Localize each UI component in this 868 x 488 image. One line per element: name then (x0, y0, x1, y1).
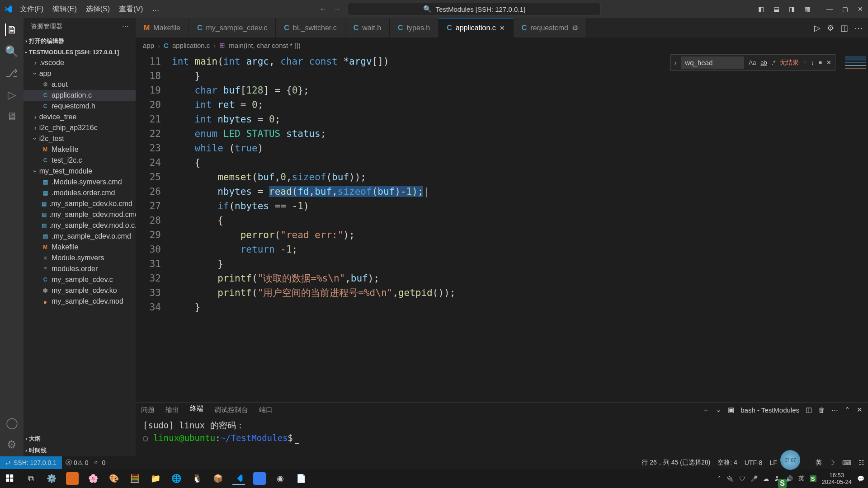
tree-file[interactable]: ▤.my_sample_cdev.mod.cmd (24, 209, 136, 220)
tray-usb-icon[interactable]: 🔌 (726, 475, 734, 482)
task-app-2-icon[interactable] (66, 472, 79, 485)
menu-edit[interactable]: 编辑(E) (49, 3, 80, 16)
status-eol[interactable]: LF (769, 459, 777, 466)
code-content[interactable]: int main(int argc, char const *argv[]) }… (172, 52, 843, 402)
tree-file[interactable]: Crequestcmd.h (24, 101, 136, 112)
breadcrumb[interactable]: app › C application.c › ⊞ main(int, char… (136, 38, 868, 52)
tree-folder[interactable]: device_tree (24, 112, 136, 122)
find-next-icon[interactable]: ↓ (811, 59, 814, 66)
panel-close-icon[interactable]: ✕ (857, 406, 863, 414)
task-edge-icon[interactable]: 🌐 (170, 472, 183, 485)
tray-shield-icon[interactable]: 🛡 (739, 475, 745, 482)
task-app-3-icon[interactable]: 🌸 (87, 472, 99, 485)
tree-file[interactable]: ⬢my_sample_cdev.ko (24, 285, 136, 296)
panel-tab-problems[interactable]: 问题 (141, 406, 155, 414)
tree-file[interactable]: ⚙a.out (24, 79, 136, 90)
panel-more-icon[interactable]: ⋯ (831, 406, 838, 414)
layout-bottom-icon[interactable]: ⬓ (772, 5, 780, 13)
tray-volume-icon[interactable]: 🔊 (786, 475, 793, 482)
panel-tab-output[interactable]: 输出 (165, 406, 179, 414)
tabs-more-icon[interactable]: ⋯ (854, 23, 863, 33)
tree-folder[interactable]: i2c_chip_ap3216c (24, 122, 136, 133)
tree-file[interactable]: ▤.my_sample_cdev.o.cmd (24, 231, 136, 242)
maximize-icon[interactable]: ▢ (841, 5, 849, 13)
minimize-icon[interactable]: — (826, 5, 834, 13)
tree-file[interactable]: MMakefile (24, 144, 136, 155)
task-vscode-icon[interactable] (232, 472, 245, 485)
sidebar-more-icon[interactable]: ⋯ (122, 23, 128, 30)
task-vbox-icon[interactable]: 📦 (212, 472, 224, 485)
close-icon[interactable]: ✕ (856, 5, 864, 13)
account-icon[interactable]: ◯ (5, 417, 18, 429)
nav-back-icon[interactable]: ← (319, 5, 327, 14)
task-app-1-icon[interactable]: ⚙️ (45, 472, 58, 485)
status-moon-icon[interactable]: ☽ (829, 459, 835, 466)
panel-tab-ports[interactable]: 端口 (259, 406, 273, 414)
status-keyboard-icon[interactable]: ⌨ (842, 459, 851, 466)
explorer-icon[interactable]: 🗎 (5, 23, 18, 36)
match-case-icon[interactable]: Aa (749, 59, 756, 66)
kill-terminal-icon[interactable]: 🗑 (818, 406, 825, 414)
breadcrumb-symbol[interactable]: main(int, char const * []) (229, 42, 300, 49)
timeline-section[interactable]: ›时间线 (24, 445, 136, 456)
menu-file[interactable]: 文件(F) (16, 3, 47, 16)
editor-tab[interactable]: MMakefile (136, 18, 189, 38)
new-terminal-icon[interactable]: ＋ (703, 406, 709, 414)
settings-gear-icon[interactable]: ⚙ (5, 438, 18, 451)
editor-tab[interactable]: Capplication.c✕ (439, 18, 514, 38)
notifications-icon[interactable]: 💬 (857, 475, 864, 482)
find-filter-icon[interactable]: ≡ (818, 59, 822, 66)
split-terminal-icon[interactable]: ◫ (806, 406, 812, 414)
source-control-icon[interactable]: ⎇ (5, 67, 18, 80)
editor-tab[interactable]: CbL_switcher.c (276, 18, 345, 38)
terminal-shell-label[interactable]: bash - TestModules (741, 406, 799, 414)
task-explorer-icon[interactable]: 📁 (149, 472, 162, 485)
breadcrumb-file[interactable]: application.c (172, 42, 210, 49)
tree-file[interactable]: ▤.my_sample_cdev.ko.cmd (24, 198, 136, 209)
tree-file[interactable]: ▤.Module.symvers.cmd (24, 177, 136, 188)
open-editors-section[interactable]: ›打开的编辑器 (24, 35, 136, 47)
tab-close-icon[interactable]: ✕ (500, 24, 505, 32)
task-notepad-icon[interactable]: 📄 (295, 472, 307, 485)
task-calculator-icon[interactable]: 🧮 (128, 472, 141, 485)
editor-tab[interactable]: Ctypes.h (390, 18, 439, 38)
remote-indicator[interactable]: ⇄ SSH: 127.0.0.1 (0, 456, 62, 469)
task-view-icon[interactable]: ⧉ (24, 472, 37, 485)
tree-file[interactable]: Capplication.c (24, 90, 136, 101)
status-spaces[interactable]: 空格: 4 (717, 459, 737, 467)
tree-folder[interactable]: my_test_module (24, 166, 136, 177)
find-input[interactable] (681, 56, 744, 69)
editor-tab[interactable]: Cwait.h (345, 18, 390, 38)
task-qq-icon[interactable]: 🐧 (191, 472, 203, 485)
status-encoding[interactable]: UTF-8 (745, 459, 763, 466)
tree-folder[interactable]: app (24, 68, 136, 79)
tray-ime-icon[interactable]: 英 (798, 474, 804, 483)
tree-file[interactable]: Ctest_i2c.c (24, 155, 136, 166)
status-ln-col[interactable]: 行 26，列 45 (已选择28) (642, 459, 710, 467)
status-ime[interactable]: 英 (816, 459, 822, 467)
nav-forward-icon[interactable]: → (332, 5, 340, 14)
tray-chevron-icon[interactable]: ˄ (718, 475, 721, 482)
status-extra-icon[interactable]: ☷ (859, 459, 864, 466)
find-close-icon[interactable]: ✕ (826, 59, 831, 66)
command-center[interactable]: 🔍 TestModules [SSH: 127.0.0.1] (348, 3, 601, 15)
menu-selection[interactable]: 选择(S) (82, 3, 113, 16)
tree-file[interactable]: ๑my_sample_cdev.mod (24, 296, 136, 307)
tree-file[interactable]: ▤.modules.order.cmd (24, 188, 136, 198)
task-todo-icon[interactable] (253, 472, 266, 485)
tree-folder[interactable]: .vscode (24, 57, 136, 68)
layout-grid-icon[interactable]: ▦ (803, 5, 811, 13)
editor-tab[interactable]: Cmy_sample_cdev.c (189, 18, 276, 38)
find-expand-icon[interactable]: › (675, 59, 677, 66)
settings-tab-icon[interactable]: ⚙ (827, 23, 834, 33)
layout-right-icon[interactable]: ◨ (788, 5, 796, 13)
find-prev-icon[interactable]: ↑ (803, 59, 807, 66)
search-activity-icon[interactable]: 🔍 (5, 45, 18, 58)
regex-icon[interactable]: .* (772, 59, 776, 66)
task-app-4-icon[interactable]: 🎨 (108, 472, 120, 485)
match-word-icon[interactable]: ab (760, 59, 767, 66)
tray-onedrive-icon[interactable]: ☁ (763, 475, 769, 482)
run-debug-icon[interactable]: ▷ (5, 89, 18, 101)
status-errors[interactable]: ⓧ0 (66, 459, 77, 467)
task-chrome-icon[interactable]: ◉ (274, 472, 287, 485)
